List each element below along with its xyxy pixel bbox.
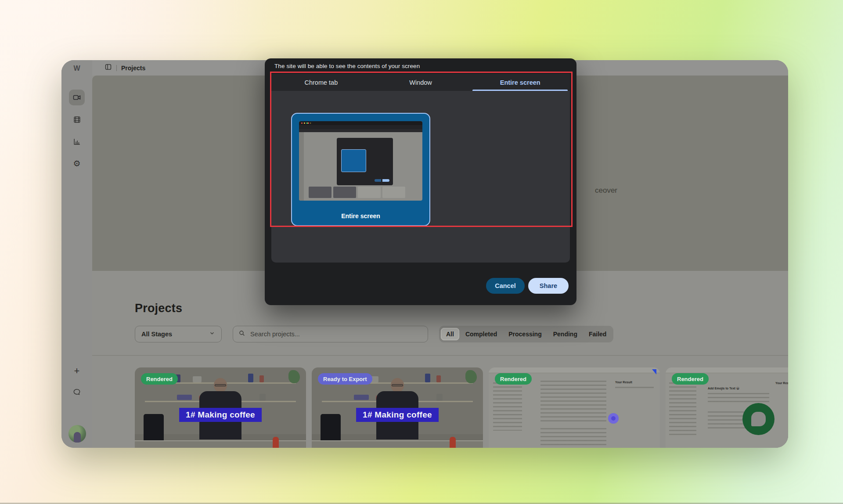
sidebar: W ⚙ + — [61, 60, 92, 448]
project-card-video-2[interactable]: Ready to Export 1# Making coffee — [312, 367, 483, 448]
video-title-banner: 1# Making coffee — [179, 408, 262, 422]
dialog-header-text: The site will be able to see the content… — [274, 63, 420, 69]
chip-failed[interactable]: Failed — [584, 328, 612, 340]
screen-preview-image — [299, 121, 422, 201]
chip-processing[interactable]: Processing — [503, 328, 547, 340]
search-icon — [238, 330, 245, 338]
topbar-divider — [116, 65, 117, 71]
bookmark-icon — [652, 369, 656, 374]
page-title: Projects — [135, 302, 182, 315]
mini-navbar — [489, 367, 660, 373]
doc-heading: Add Emojis to Text 😀 — [708, 387, 739, 390]
chip-completed[interactable]: Completed — [460, 328, 502, 340]
source-tabs: Chrome tab Window Entire screen — [271, 74, 570, 91]
sidebar-item-videos[interactable] — [69, 90, 85, 105]
sidebar-toggle-icon[interactable] — [104, 63, 112, 72]
breadcrumb: Projects — [121, 65, 145, 72]
occluded-heading-text: ceover — [595, 186, 617, 195]
project-card-doc-1[interactable]: Your Result Rendered — [489, 367, 660, 448]
video-camera-icon — [72, 93, 81, 102]
section-divider — [92, 355, 788, 356]
status-badge: Ready to Export — [318, 373, 372, 385]
status-badge: Rendered — [495, 373, 532, 385]
chip-pending[interactable]: Pending — [548, 328, 583, 340]
new-project-button[interactable]: + — [69, 363, 85, 379]
sidebar-item-analytics[interactable] — [69, 133, 85, 149]
share-button[interactable]: Share — [528, 278, 569, 294]
page-background: W ⚙ + — [0, 0, 843, 504]
play-button — [608, 413, 619, 424]
tab-window[interactable]: Window — [371, 74, 471, 91]
traffic-lights-icon — [301, 122, 311, 124]
mini-navbar — [666, 367, 788, 373]
panel-label: Your Result — [615, 381, 632, 384]
entire-screen-preview[interactable]: Entire screen — [291, 113, 430, 226]
chat-widget-logo-icon — [751, 412, 766, 426]
tab-chrome-tab[interactable]: Chrome tab — [271, 74, 371, 91]
sidebar-item-settings[interactable]: ⚙ — [69, 155, 85, 171]
status-filter-group: All Completed Processing Pending Failed — [439, 326, 613, 342]
cancel-button[interactable]: Cancel — [486, 278, 525, 294]
screen-share-dialog: The site will be able to see the content… — [265, 58, 576, 305]
chat-bubble-icon — [72, 388, 81, 396]
user-avatar[interactable] — [68, 425, 86, 443]
stage-filter-select[interactable]: All Stages — [135, 326, 222, 342]
dialog-surface: Chrome tab Window Entire screen — [271, 74, 570, 263]
plus-icon: + — [74, 365, 80, 377]
panel-label: Your Result — [775, 382, 788, 385]
project-cards-row: Rendered 1# Making coffee — [135, 367, 788, 448]
search-box[interactable] — [233, 326, 428, 342]
project-card-video-1[interactable]: Rendered 1# Making coffee — [135, 367, 306, 448]
search-input[interactable] — [249, 330, 422, 338]
bar-chart-icon — [73, 137, 81, 146]
chip-all[interactable]: All — [441, 328, 459, 340]
sidebar-item-clips[interactable] — [69, 112, 85, 127]
stage-filter-value: All Stages — [141, 331, 172, 338]
chevron-down-icon — [209, 330, 215, 338]
status-badge: Rendered — [141, 373, 178, 385]
gear-icon: ⚙ — [73, 159, 80, 168]
app-logo: W — [61, 65, 92, 72]
video-title-banner: 1# Making coffee — [356, 408, 439, 422]
nested-dialog — [337, 138, 393, 185]
preview-label: Entire screen — [292, 212, 429, 220]
status-badge: Rendered — [672, 373, 709, 385]
film-icon — [73, 115, 81, 124]
tab-entire-screen[interactable]: Entire screen — [470, 74, 570, 91]
support-chat-button[interactable] — [69, 384, 85, 400]
chat-widget-button[interactable] — [742, 403, 775, 435]
